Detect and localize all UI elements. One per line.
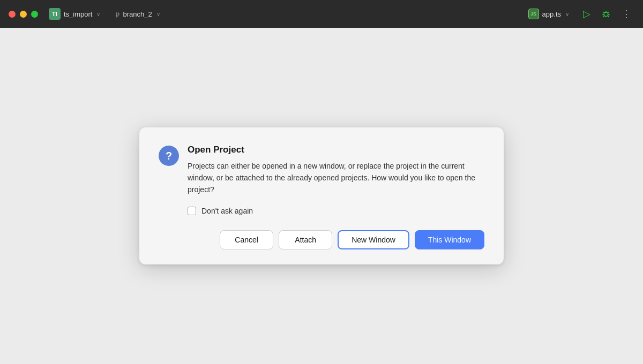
dialog-message: Projects can either be opened in a new w… xyxy=(188,161,484,195)
run-button[interactable]: ▷ xyxy=(580,6,594,22)
titlebar-actions: ▷ ⋮ xyxy=(580,6,634,22)
close-button[interactable] xyxy=(9,11,16,18)
project-selector[interactable]: TI ts_import ∨ xyxy=(44,6,104,22)
question-icon: ? xyxy=(159,146,179,166)
debug-button[interactable] xyxy=(598,7,614,21)
dont-ask-again-label[interactable]: Don't ask again xyxy=(201,207,253,215)
dialog-title: Open Project xyxy=(188,145,484,155)
main-area: ? Open Project Projects can either be op… xyxy=(0,28,643,364)
open-project-dialog: ? Open Project Projects can either be op… xyxy=(139,127,504,264)
branch-selector[interactable]: 𝔭 branch_2 ∨ xyxy=(111,7,164,21)
new-window-button[interactable]: New Window xyxy=(338,230,409,249)
cancel-button[interactable]: Cancel xyxy=(220,230,273,249)
titlebar: TI ts_import ∨ 𝔭 branch_2 ∨ JS app.ts ∨ … xyxy=(0,0,643,28)
dialog-title-area: Open Project Projects can either be open… xyxy=(188,145,484,195)
traffic-lights xyxy=(9,11,38,18)
attach-button[interactable]: Attach xyxy=(279,230,332,249)
minimize-button[interactable] xyxy=(20,11,27,18)
file-chevron-icon: ∨ xyxy=(565,11,569,17)
branch-chevron-icon: ∨ xyxy=(156,11,160,17)
branch-icon: 𝔭 xyxy=(115,9,119,19)
project-name: ts_import xyxy=(64,10,92,18)
this-window-button[interactable]: This Window xyxy=(415,230,484,249)
project-chevron-icon: ∨ xyxy=(96,11,100,17)
project-icon: TI xyxy=(49,8,61,20)
dialog-header: ? Open Project Projects can either be op… xyxy=(159,145,484,195)
file-name: app.ts xyxy=(542,10,561,18)
dialog-buttons: Cancel Attach New Window This Window xyxy=(159,230,484,249)
bug-icon xyxy=(601,9,611,19)
dont-ask-again-checkbox[interactable] xyxy=(188,207,196,215)
more-options-button[interactable]: ⋮ xyxy=(618,6,634,22)
branch-name: branch_2 xyxy=(123,10,152,18)
dont-ask-again-row: Don't ask again xyxy=(188,207,484,215)
maximize-button[interactable] xyxy=(31,11,38,18)
js-icon: JS xyxy=(528,9,539,19)
file-selector[interactable]: JS app.ts ∨ xyxy=(524,6,573,21)
